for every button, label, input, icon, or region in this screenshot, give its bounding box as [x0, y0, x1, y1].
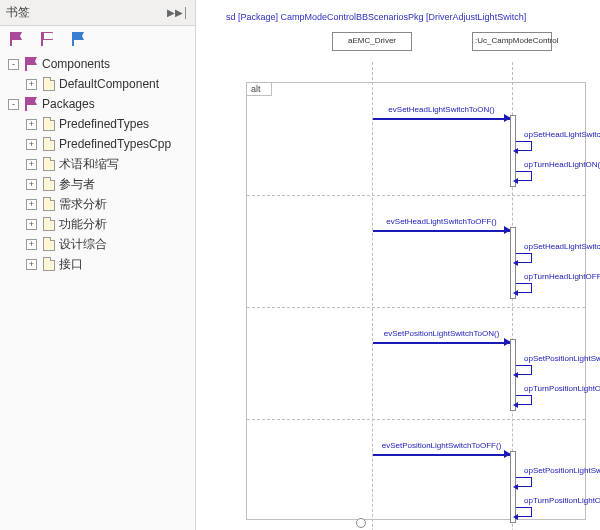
tree-view: -Components+DefaultComponent-Packages+Pr… — [0, 52, 195, 530]
lifeline[interactable]: aEMC_Driver — [332, 32, 412, 51]
expander-icon[interactable]: + — [26, 219, 37, 230]
message-label: opTurnPositionLightON() — [524, 384, 600, 393]
message-label: opSetPositionLightSwitchToON() — [524, 354, 600, 363]
message-arrow[interactable]: evSetPositionLightSwitchToON() — [373, 333, 510, 345]
package-icon — [43, 180, 55, 191]
message-label: evSetPositionLightSwitchToOFF() — [373, 441, 510, 450]
package-icon — [43, 160, 55, 171]
package-icon — [43, 120, 55, 131]
tree-item-label: 参与者 — [59, 176, 95, 193]
tree-item-label: PredefinedTypesCpp — [59, 137, 171, 151]
package-icon — [43, 200, 55, 211]
alt-fragment: alt evSetHeadLightSwitchToON()opSetHeadL… — [246, 82, 586, 520]
tree-item-label: PredefinedTypes — [59, 117, 149, 131]
tree-item-label: 接口 — [59, 256, 83, 273]
message-label: evSetHeadLightSwitchToON() — [373, 105, 510, 114]
tree-item[interactable]: +设计综合 — [0, 234, 195, 254]
tree-item[interactable]: +DefaultComponent — [0, 74, 195, 94]
tree-item[interactable]: +术语和缩写 — [0, 154, 195, 174]
expander-icon[interactable]: + — [26, 199, 37, 210]
package-icon — [43, 80, 55, 91]
tree-item[interactable]: -Components — [0, 54, 195, 74]
expander-icon[interactable]: + — [26, 159, 37, 170]
collapse-arrows-icon[interactable]: ▶▶│ — [167, 7, 189, 18]
message-label: opTurnHeadLightON() — [524, 160, 600, 169]
expander-icon[interactable]: + — [26, 139, 37, 150]
tree-item-label: 功能分析 — [59, 216, 107, 233]
tree-item-label: 需求分析 — [59, 196, 107, 213]
package-icon — [43, 260, 55, 271]
alt-divider — [247, 195, 585, 196]
bookmark-toolbar — [0, 26, 195, 52]
tree-item[interactable]: -Packages — [0, 94, 195, 114]
message-label: evSetHeadLightSwitchToOFF() — [373, 217, 510, 226]
tree-item-label: DefaultComponent — [59, 77, 159, 91]
lifeline[interactable]: :Uc_CampModeControl — [472, 32, 552, 51]
tree-item-label: Components — [42, 57, 110, 71]
tree-item[interactable]: +PredefinedTypesCpp — [0, 134, 195, 154]
message-label: evSetPositionLightSwitchToON() — [373, 329, 510, 338]
alt-divider — [247, 307, 585, 308]
bookmark-outline-icon[interactable] — [41, 32, 54, 46]
tree-item[interactable]: +需求分析 — [0, 194, 195, 214]
panel-header: 书签 ▶▶│ — [0, 0, 195, 26]
expander-icon[interactable]: - — [8, 99, 19, 110]
alt-divider — [247, 419, 585, 420]
expander-icon[interactable]: - — [8, 59, 19, 70]
found-terminator-icon — [356, 518, 366, 528]
message-arrow[interactable]: evSetHeadLightSwitchToOFF() — [373, 221, 510, 233]
package-icon — [43, 220, 55, 231]
lifeline-head: :Uc_CampModeControl — [472, 32, 552, 51]
tree-item[interactable]: +PredefinedTypes — [0, 114, 195, 134]
message-label: opSetHeadLightSwitchToON() — [524, 130, 600, 139]
bookmark-blue-icon[interactable] — [72, 32, 85, 46]
category-flag-icon — [25, 97, 38, 111]
message-label: opSetPositionLightSwitchToOFF() — [524, 466, 600, 475]
expander-icon[interactable]: + — [26, 239, 37, 250]
package-icon — [43, 140, 55, 151]
message-arrow[interactable]: evSetPositionLightSwitchToOFF() — [373, 445, 510, 457]
expander-icon[interactable]: + — [26, 79, 37, 90]
tree-item[interactable]: +接口 — [0, 254, 195, 274]
message-arrow[interactable]: evSetHeadLightSwitchToON() — [373, 109, 510, 121]
bookmark-flag-icon[interactable] — [10, 32, 23, 46]
expander-icon[interactable]: + — [26, 119, 37, 130]
package-icon — [43, 240, 55, 251]
tree-item[interactable]: +参与者 — [0, 174, 195, 194]
diagram-title: sd [Package] CampModeControlBBScenariosP… — [226, 12, 526, 22]
category-flag-icon — [25, 57, 38, 71]
diagram-canvas[interactable]: sd [Package] CampModeControlBBScenariosP… — [196, 0, 600, 530]
expander-icon[interactable]: + — [26, 259, 37, 270]
message-label: opTurnHeadLightOFF() — [524, 272, 600, 281]
message-label: opTurnPositionLightOFF() — [524, 496, 600, 505]
expander-icon[interactable]: + — [26, 179, 37, 190]
bookmarks-panel: 书签 ▶▶│ -Components+DefaultComponent-Pack… — [0, 0, 196, 530]
tree-item-label: 术语和缩写 — [59, 156, 119, 173]
panel-title: 书签 — [6, 4, 30, 21]
tree-item-label: Packages — [42, 97, 95, 111]
alt-label: alt — [247, 83, 272, 96]
message-label: opSetHeadLightSwitchToOFF() — [524, 242, 600, 251]
lifeline-head: aEMC_Driver — [332, 32, 412, 51]
tree-item[interactable]: +功能分析 — [0, 214, 195, 234]
tree-item-label: 设计综合 — [59, 236, 107, 253]
